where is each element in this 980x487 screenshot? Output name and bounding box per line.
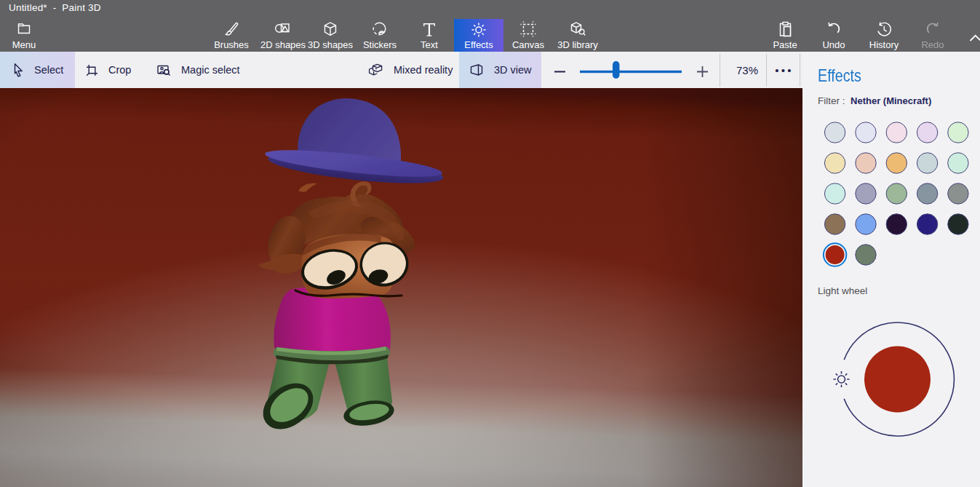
svg-text:Light wheel: Light wheel	[818, 285, 867, 296]
